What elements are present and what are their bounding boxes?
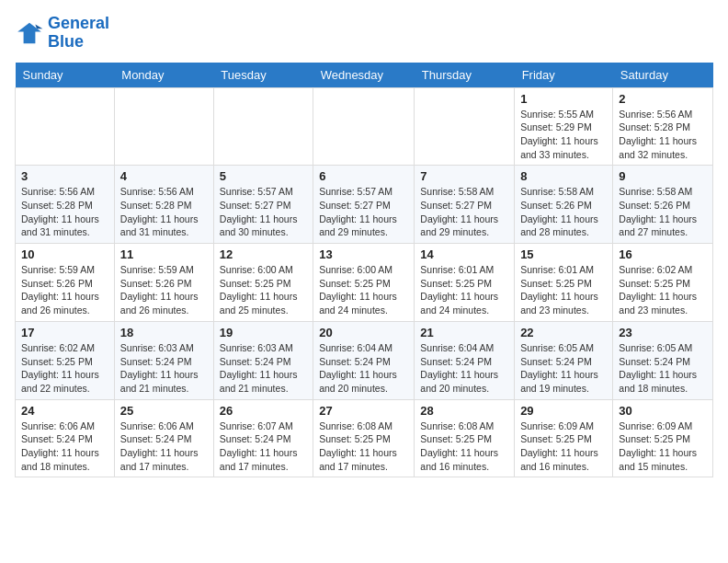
calendar-cell: 15Sunrise: 6:01 AMSunset: 5:25 PMDayligh… — [515, 244, 613, 322]
calendar-cell: 2Sunrise: 5:56 AMSunset: 5:28 PMDaylight… — [613, 87, 713, 166]
column-header-saturday: Saturday — [613, 63, 713, 88]
calendar-cell — [16, 87, 115, 166]
calendar-cell: 16Sunrise: 6:02 AMSunset: 5:25 PMDayligh… — [613, 244, 713, 322]
calendar-cell: 28Sunrise: 6:08 AMSunset: 5:25 PMDayligh… — [415, 399, 515, 477]
day-number: 14 — [420, 247, 508, 261]
day-info: Sunrise: 6:02 AMSunset: 5:25 PMDaylight:… — [619, 263, 707, 317]
day-number: 5 — [220, 169, 307, 183]
day-number: 3 — [21, 169, 108, 183]
day-info: Sunrise: 5:59 AMSunset: 5:26 PMDaylight:… — [120, 263, 208, 317]
day-info: Sunrise: 6:04 AMSunset: 5:24 PMDaylight:… — [420, 341, 508, 396]
calendar-week-4: 17Sunrise: 6:02 AMSunset: 5:25 PMDayligh… — [16, 321, 713, 399]
day-number: 29 — [520, 404, 607, 418]
day-info: Sunrise: 6:05 AMSunset: 5:24 PMDaylight:… — [520, 341, 607, 396]
day-info: Sunrise: 5:57 AMSunset: 5:27 PMDaylight:… — [220, 185, 307, 239]
day-info: Sunrise: 6:08 AMSunset: 5:25 PMDaylight:… — [319, 419, 408, 474]
calendar-cell — [313, 87, 415, 166]
day-info: Sunrise: 6:04 AMSunset: 5:24 PMDaylight:… — [319, 341, 408, 396]
column-header-friday: Friday — [515, 63, 613, 88]
svg-marker-1 — [35, 24, 42, 29]
day-info: Sunrise: 5:56 AMSunset: 5:28 PMDaylight:… — [21, 185, 108, 239]
day-info: Sunrise: 6:08 AMSunset: 5:25 PMDaylight:… — [420, 419, 508, 474]
page-header: GeneralBlue — [15, 15, 713, 52]
day-number: 6 — [319, 169, 408, 183]
column-header-thursday: Thursday — [415, 63, 515, 88]
day-info: Sunrise: 5:56 AMSunset: 5:28 PMDaylight:… — [619, 108, 707, 162]
day-info: Sunrise: 5:58 AMSunset: 5:26 PMDaylight:… — [520, 185, 607, 239]
calendar-cell: 10Sunrise: 5:59 AMSunset: 5:26 PMDayligh… — [16, 244, 115, 322]
calendar-cell: 13Sunrise: 6:00 AMSunset: 5:25 PMDayligh… — [313, 244, 415, 322]
column-header-wednesday: Wednesday — [313, 63, 415, 88]
day-number: 30 — [619, 404, 707, 418]
day-info: Sunrise: 6:06 AMSunset: 5:24 PMDaylight:… — [120, 419, 208, 474]
calendar-cell: 4Sunrise: 5:56 AMSunset: 5:28 PMDaylight… — [114, 166, 213, 244]
calendar-cell: 17Sunrise: 6:02 AMSunset: 5:25 PMDayligh… — [16, 321, 115, 399]
day-info: Sunrise: 6:00 AMSunset: 5:25 PMDaylight:… — [220, 263, 307, 317]
calendar-cell: 25Sunrise: 6:06 AMSunset: 5:24 PMDayligh… — [114, 399, 213, 477]
day-number: 28 — [420, 404, 508, 418]
day-number: 2 — [619, 92, 707, 106]
day-info: Sunrise: 5:58 AMSunset: 5:27 PMDaylight:… — [420, 185, 508, 239]
calendar-week-3: 10Sunrise: 5:59 AMSunset: 5:26 PMDayligh… — [16, 244, 713, 322]
day-info: Sunrise: 6:03 AMSunset: 5:24 PMDaylight:… — [120, 341, 208, 396]
calendar-cell — [114, 87, 213, 166]
day-number: 18 — [120, 326, 208, 339]
day-number: 15 — [520, 247, 607, 261]
calendar-cell: 18Sunrise: 6:03 AMSunset: 5:24 PMDayligh… — [114, 321, 213, 399]
day-info: Sunrise: 6:02 AMSunset: 5:25 PMDaylight:… — [21, 341, 108, 396]
day-info: Sunrise: 5:57 AMSunset: 5:27 PMDaylight:… — [319, 185, 408, 239]
day-number: 25 — [120, 404, 208, 418]
day-number: 17 — [21, 326, 108, 339]
calendar-header-row: SundayMondayTuesdayWednesdayThursdayFrid… — [16, 63, 713, 88]
calendar-cell: 19Sunrise: 6:03 AMSunset: 5:24 PMDayligh… — [213, 321, 313, 399]
calendar-cell: 3Sunrise: 5:56 AMSunset: 5:28 PMDaylight… — [16, 166, 115, 244]
calendar-cell: 27Sunrise: 6:08 AMSunset: 5:25 PMDayligh… — [313, 399, 415, 477]
day-info: Sunrise: 6:00 AMSunset: 5:25 PMDaylight:… — [319, 263, 408, 317]
calendar-cell: 7Sunrise: 5:58 AMSunset: 5:27 PMDaylight… — [415, 166, 515, 244]
calendar-week-2: 3Sunrise: 5:56 AMSunset: 5:28 PMDaylight… — [16, 166, 713, 244]
day-info: Sunrise: 6:06 AMSunset: 5:24 PMDaylight:… — [21, 419, 108, 474]
day-info: Sunrise: 5:59 AMSunset: 5:26 PMDaylight:… — [21, 263, 108, 317]
day-number: 4 — [120, 169, 208, 183]
day-info: Sunrise: 5:55 AMSunset: 5:29 PMDaylight:… — [520, 108, 607, 162]
day-info: Sunrise: 6:01 AMSunset: 5:25 PMDaylight:… — [420, 263, 508, 317]
calendar-cell: 5Sunrise: 5:57 AMSunset: 5:27 PMDaylight… — [213, 166, 313, 244]
day-info: Sunrise: 6:01 AMSunset: 5:25 PMDaylight:… — [520, 263, 607, 317]
day-info: Sunrise: 6:03 AMSunset: 5:24 PMDaylight:… — [220, 341, 307, 396]
calendar-cell: 22Sunrise: 6:05 AMSunset: 5:24 PMDayligh… — [515, 321, 613, 399]
day-info: Sunrise: 6:09 AMSunset: 5:25 PMDaylight:… — [619, 419, 707, 474]
calendar-cell: 24Sunrise: 6:06 AMSunset: 5:24 PMDayligh… — [16, 399, 115, 477]
day-number: 26 — [220, 404, 307, 418]
day-number: 13 — [319, 247, 408, 261]
calendar-week-5: 24Sunrise: 6:06 AMSunset: 5:24 PMDayligh… — [16, 399, 713, 477]
day-number: 16 — [619, 247, 707, 261]
calendar-cell: 14Sunrise: 6:01 AMSunset: 5:25 PMDayligh… — [415, 244, 515, 322]
calendar-cell: 26Sunrise: 6:07 AMSunset: 5:24 PMDayligh… — [213, 399, 313, 477]
day-number: 24 — [21, 404, 108, 418]
calendar-cell: 29Sunrise: 6:09 AMSunset: 5:25 PMDayligh… — [515, 399, 613, 477]
calendar-cell: 1Sunrise: 5:55 AMSunset: 5:29 PMDaylight… — [515, 87, 613, 166]
calendar-cell: 9Sunrise: 5:58 AMSunset: 5:26 PMDaylight… — [613, 166, 713, 244]
day-number: 22 — [520, 326, 607, 339]
calendar-cell: 11Sunrise: 5:59 AMSunset: 5:26 PMDayligh… — [114, 244, 213, 322]
calendar-cell: 8Sunrise: 5:58 AMSunset: 5:26 PMDaylight… — [515, 166, 613, 244]
calendar-cell: 20Sunrise: 6:04 AMSunset: 5:24 PMDayligh… — [313, 321, 415, 399]
day-number: 27 — [319, 404, 408, 418]
logo-icon — [15, 18, 44, 48]
calendar-cell: 21Sunrise: 6:04 AMSunset: 5:24 PMDayligh… — [415, 321, 515, 399]
day-number: 1 — [520, 92, 607, 106]
column-header-tuesday: Tuesday — [213, 63, 313, 88]
day-info: Sunrise: 6:05 AMSunset: 5:24 PMDaylight:… — [619, 341, 707, 396]
calendar-cell: 12Sunrise: 6:00 AMSunset: 5:25 PMDayligh… — [213, 244, 313, 322]
day-number: 21 — [420, 326, 508, 339]
day-number: 20 — [319, 326, 408, 339]
day-info: Sunrise: 6:07 AMSunset: 5:24 PMDaylight:… — [220, 419, 307, 474]
calendar-week-1: 1Sunrise: 5:55 AMSunset: 5:29 PMDaylight… — [16, 87, 713, 166]
column-header-sunday: Sunday — [16, 63, 115, 88]
calendar-cell: 23Sunrise: 6:05 AMSunset: 5:24 PMDayligh… — [613, 321, 713, 399]
logo-text: GeneralBlue — [48, 15, 109, 52]
day-number: 23 — [619, 326, 707, 339]
logo: GeneralBlue — [15, 15, 109, 52]
day-number: 19 — [220, 326, 307, 339]
column-header-monday: Monday — [114, 63, 213, 88]
